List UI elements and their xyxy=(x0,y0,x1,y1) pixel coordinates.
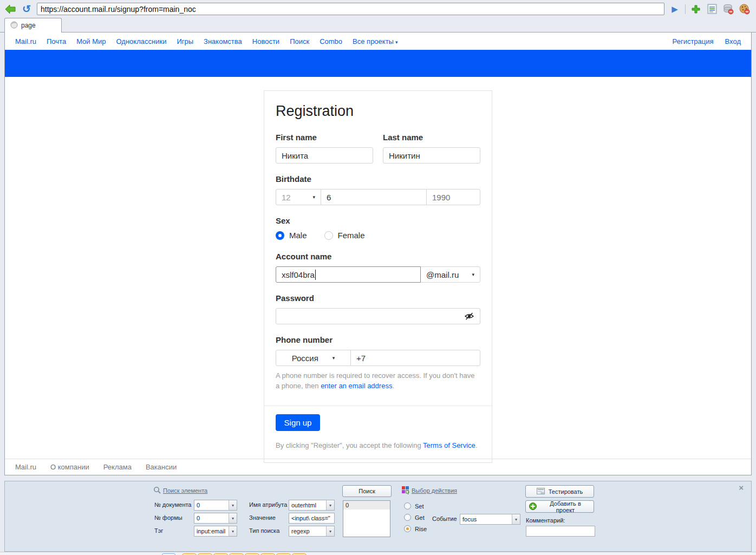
radio-set[interactable]: Set xyxy=(404,502,424,510)
account-name-value: xslf04bra xyxy=(282,270,315,279)
tab-title: page xyxy=(21,22,36,29)
doc-number-value: 0 xyxy=(194,500,229,510)
chevron-down-icon[interactable]: ▾ xyxy=(229,500,237,510)
email-address-link[interactable]: enter an email address xyxy=(321,382,392,390)
value-label: Значение xyxy=(249,514,276,521)
doc-number-label: № документа xyxy=(154,501,192,508)
result-item[interactable]: 0 xyxy=(343,501,390,510)
clear-cache-icon[interactable] xyxy=(722,3,734,15)
test-button-label: Тестировать xyxy=(549,488,583,495)
phone-number-field[interactable]: +7 xyxy=(350,350,480,366)
chevron-down-icon[interactable]: ▾ xyxy=(229,513,237,523)
go-icon[interactable]: ▶ xyxy=(669,3,681,15)
toggle-script[interactable] xyxy=(229,553,244,555)
last-name-label: Last name xyxy=(383,133,480,142)
phone-country-select[interactable]: Россия ▾ xyxy=(276,350,351,366)
add-icon[interactable] xyxy=(690,3,702,15)
radio-unselected-icon xyxy=(324,231,333,240)
search-type-label: Тип поиска xyxy=(249,527,279,534)
nav-link-all-projects[interactable]: Все проекты▾ xyxy=(353,37,397,45)
birth-day-value: 6 xyxy=(327,193,331,202)
test-button[interactable]: Тестировать xyxy=(525,485,594,498)
last-name-field[interactable]: Никитин xyxy=(383,147,480,164)
toggle-flash[interactable]: f xyxy=(245,553,259,555)
domain-select[interactable]: @mail.ru ▾ xyxy=(420,266,480,283)
birth-day-field[interactable]: 6 xyxy=(321,189,427,205)
nav-link-mailru[interactable]: Mail.ru xyxy=(15,37,36,45)
footer-link-company[interactable]: О компании xyxy=(50,463,89,471)
first-name-field[interactable]: Никита xyxy=(276,147,373,164)
nav-link-combo[interactable]: Combo xyxy=(320,37,342,45)
close-icon[interactable]: × xyxy=(739,484,744,492)
browser-viewport: Mail.ru Почта Мой Мир Одноклассники Игры… xyxy=(4,32,752,475)
footer-link-jobs[interactable]: Вакансии xyxy=(146,463,177,471)
toggle-frames[interactable]: F xyxy=(198,553,212,555)
search-button[interactable]: Поиск xyxy=(342,485,392,497)
tag-combo[interactable]: input:email ▾ xyxy=(194,526,237,537)
birth-year-field[interactable]: 1990 xyxy=(426,189,480,205)
birth-month-select[interactable]: 12 ▾ xyxy=(276,189,321,205)
sex-male-label: Male xyxy=(289,231,307,240)
chevron-down-icon[interactable]: ▾ xyxy=(326,526,334,536)
footer-link-ads[interactable]: Реклама xyxy=(103,463,132,471)
value-field-value: <input\ class=" xyxy=(291,515,330,521)
sign-up-button[interactable]: Sign up xyxy=(276,414,320,431)
nav-link-igry[interactable]: Игры xyxy=(177,37,193,45)
toggle-css[interactable]: CSS xyxy=(213,553,228,555)
sex-male-radio[interactable]: Male xyxy=(276,231,307,240)
results-listbox[interactable]: 0 xyxy=(343,500,390,537)
event-combo[interactable]: focus ▾ xyxy=(460,514,520,525)
log-icon[interactable] xyxy=(706,3,718,15)
clear-cookies-icon[interactable] xyxy=(739,3,751,15)
toggle-window[interactable] xyxy=(182,553,197,555)
phone-hint-end: . xyxy=(392,382,394,390)
url-input[interactable] xyxy=(37,3,664,15)
action-choice-link[interactable]: Выбор действия xyxy=(412,487,457,494)
doc-number-combo[interactable]: 0 ▾ xyxy=(194,500,237,511)
test-icon xyxy=(537,488,545,495)
password-label: Password xyxy=(276,293,480,303)
password-visibility-icon[interactable] xyxy=(464,312,474,323)
toggle-sound[interactable] xyxy=(276,553,291,555)
nav-link-novosti[interactable]: Новости xyxy=(252,37,279,45)
tab-bar: page xyxy=(0,18,756,32)
account-name-field[interactable]: xslf04bra xyxy=(276,266,421,283)
text-cursor xyxy=(315,270,316,280)
add-to-project-button[interactable]: Добавить в проект xyxy=(525,500,594,513)
sex-female-radio[interactable]: Female xyxy=(324,231,365,240)
password-field[interactable] xyxy=(276,308,480,324)
terms-of-service-link[interactable]: Terms of Service xyxy=(423,441,475,449)
card-divider xyxy=(264,406,492,406)
nav-link-odnoklassniki[interactable]: Одноклассники xyxy=(116,37,167,45)
radio-unselected-icon xyxy=(404,502,411,510)
element-search-panel: Поиск элемента № документа 0 ▾ № формы 0… xyxy=(4,481,752,552)
action-picker-icon xyxy=(402,486,410,495)
toggle-music[interactable]: ♫ xyxy=(292,553,307,555)
search-type-value: regexp xyxy=(289,526,326,536)
form-number-combo[interactable]: 0 ▾ xyxy=(194,513,237,524)
tab-page[interactable]: page xyxy=(4,18,62,32)
site-footer: Mail.ru О компании Реклама Вакансии xyxy=(5,459,751,475)
radio-rise[interactable]: Rise xyxy=(404,525,427,532)
nav-link-registration[interactable]: Регистрация xyxy=(673,37,714,45)
form-number-label: № формы xyxy=(154,514,183,521)
nav-link-moymir[interactable]: Мой Мир xyxy=(76,37,106,45)
chevron-down-icon[interactable]: ▾ xyxy=(512,514,520,524)
chevron-down-icon[interactable]: ▾ xyxy=(326,500,334,510)
comment-field[interactable] xyxy=(526,526,595,537)
chevron-down-icon[interactable]: ▾ xyxy=(229,526,237,536)
value-field[interactable]: <input\ class=" xyxy=(289,513,335,524)
nav-link-login[interactable]: Вход xyxy=(725,37,741,45)
nav-link-pochta[interactable]: Почта xyxy=(47,37,66,45)
nav-link-poisk[interactable]: Поиск xyxy=(290,37,309,45)
attr-name-combo[interactable]: outerhtml ▾ xyxy=(289,500,335,511)
back-icon[interactable] xyxy=(4,3,16,15)
radio-selected-icon xyxy=(404,525,411,532)
search-type-combo[interactable]: regexp ▾ xyxy=(289,526,335,537)
search-element-link[interactable]: Поиск элемента xyxy=(163,487,207,494)
toggle-media[interactable] xyxy=(260,553,275,555)
refresh-icon[interactable]: ↺ xyxy=(21,3,32,15)
footer-link-mailru[interactable]: Mail.ru xyxy=(15,463,36,471)
nav-link-znakomstva[interactable]: Знакомства xyxy=(204,37,242,45)
radio-get[interactable]: Get xyxy=(404,514,425,521)
